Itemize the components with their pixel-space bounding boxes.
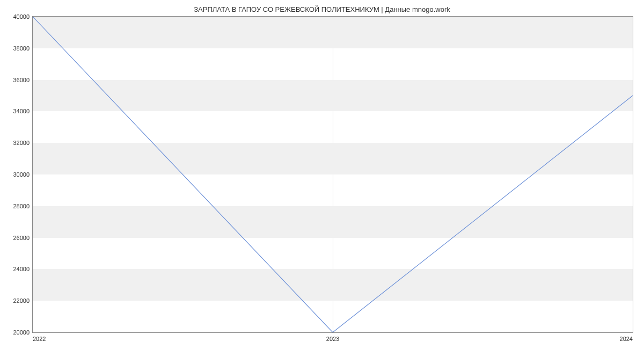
plot-area: 2000022000240002600028000300003200034000…	[32, 16, 633, 333]
chart-container: ЗАРПЛАТА В ГАПОУ СО РЕЖЕВСКОЙ ПОЛИТЕХНИК…	[0, 0, 644, 349]
y-tick-label: 32000	[13, 140, 30, 146]
y-tick-label: 34000	[13, 108, 30, 114]
y-tick-label: 30000	[13, 171, 30, 178]
data-line	[33, 17, 633, 332]
chart-title: ЗАРПЛАТА В ГАПОУ СО РЕЖЕВСКОЙ ПОЛИТЕХНИК…	[0, 0, 644, 13]
x-tick-label: 2022	[33, 336, 46, 342]
y-tick-label: 40000	[13, 13, 30, 20]
line-chart-svg	[33, 17, 633, 332]
y-tick-label: 26000	[13, 235, 30, 241]
y-tick-label: 22000	[13, 297, 30, 304]
x-tick-label: 2024	[620, 336, 633, 342]
y-tick-label: 24000	[13, 266, 30, 272]
y-tick-label: 20000	[13, 329, 30, 336]
y-tick-label: 28000	[13, 203, 30, 209]
x-tick-label: 2023	[326, 336, 339, 342]
y-tick-label: 38000	[13, 45, 30, 52]
y-tick-label: 36000	[13, 77, 30, 83]
